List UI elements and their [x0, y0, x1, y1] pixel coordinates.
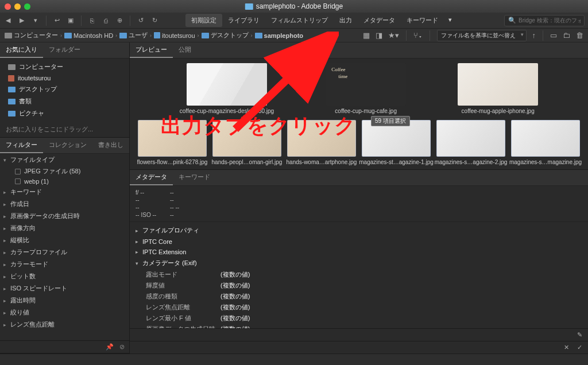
thumbnail[interactable]: coffee-mug-apple-iphone.jpg [458, 63, 538, 114]
favorites-tab-0[interactable]: お気に入り [0, 42, 43, 58]
pin-icon[interactable]: 📌 [106, 343, 114, 351]
favorites-item-3[interactable]: 書類 [0, 95, 129, 107]
filter-group-6[interactable]: ▸カラープロファイル [0, 246, 129, 258]
filter-group-12[interactable]: ▸レンズ焦点距離 [0, 319, 129, 331]
sort-asc-icon[interactable]: ↑ [532, 31, 536, 40]
metadata-group-1[interactable]: ▸IPTC Core [130, 236, 588, 247]
favorites-item-2[interactable]: デスクトップ [0, 83, 129, 95]
nav-back-icon[interactable]: ◀ [3, 16, 13, 25]
thumbnail[interactable]: magazines-s…magazine.jpg [510, 120, 581, 165]
metadata-group-3[interactable]: ▾カメラデータ (Exif) [130, 257, 588, 269]
workspace-tab-1[interactable]: ライブラリ [222, 14, 265, 27]
breadcrumb-seg-4[interactable]: デスクトップ [202, 31, 249, 40]
content-pane: プレビュー公開 coffee-cup-magazines-desk-6350.j… [130, 42, 588, 170]
filter-group-0[interactable]: ▾ファイルタイプ [0, 154, 129, 166]
filter-group-11[interactable]: ▸絞り値 [0, 306, 129, 319]
trash-icon[interactable]: 🗑 [576, 31, 583, 40]
content-tab-0[interactable]: プレビュー [130, 42, 173, 58]
boomerang-icon[interactable]: ↩︎ [52, 16, 61, 25]
thumbnail[interactable]: coffee-cup-magazines-desk-6350.jpg [180, 63, 274, 114]
filter-group-3[interactable]: ▸原画像データの生成日時 [0, 210, 129, 222]
globe-icon[interactable]: ⊕ [115, 16, 124, 25]
cancel-icon[interactable]: ⊘ [119, 343, 125, 351]
filter-tab-1[interactable]: コレクション [43, 138, 92, 153]
content-tab-1[interactable]: 公開 [173, 42, 197, 58]
favorites-item-0[interactable]: コンピューター [0, 61, 129, 73]
filter-group-label: ISO スピードレート [10, 284, 67, 293]
rotate-ccw-icon[interactable]: ↺ [136, 16, 145, 25]
camera-icon[interactable]: ▣ [66, 16, 75, 25]
breadcrumb-seg-1[interactable]: Macintosh HD [64, 32, 113, 39]
new-folder-icon[interactable]: 🗀 [563, 31, 570, 40]
filter-tab-2[interactable]: 書き出し [92, 138, 129, 153]
thumbnail[interactable]: hands-woma…artphone.jpg [286, 120, 357, 165]
breadcrumb-label: Macintosh HD [74, 32, 113, 39]
metadata-value: (複数の値) [220, 303, 250, 312]
filter-group-2[interactable]: ▸作成日 [0, 198, 129, 210]
favorites-tab-1[interactable]: フォルダー [43, 42, 86, 58]
breadcrumb-seg-5[interactable]: samplephoto [255, 32, 303, 39]
nav-forward-icon[interactable]: ▶ [17, 16, 26, 25]
thumbnail[interactable]: magazines-s…agazine-2.jpg [435, 120, 506, 165]
filter-group-label: 絞り値 [10, 308, 29, 317]
favorites-item-label: itoutetsurou [18, 75, 51, 81]
apply-icon[interactable]: ✓ [577, 344, 582, 351]
filter-group-5[interactable]: ▸縦横比 [0, 234, 129, 246]
favorites-item-1[interactable]: itoutetsurou [0, 73, 129, 83]
disclosure-icon: ▸ [3, 226, 8, 231]
thumbnail-grid[interactable]: coffee-cup-magazines-desk-6350.jpgCoffee… [130, 59, 588, 169]
nav-recent-icon[interactable]: ▾ [31, 16, 40, 25]
filter-tab-0[interactable]: フィルター [0, 138, 43, 153]
breadcrumb-seg-3[interactable]: itoutetsurou [154, 32, 195, 39]
breadcrumb-seg-2[interactable]: ユーザ [119, 31, 148, 40]
thumbnail[interactable]: flowers-flow…pink-6278.jpg [137, 120, 208, 165]
metadata-group-label: IPTC Extension [142, 248, 186, 255]
metadata-group-0[interactable]: ▸ファイルプロパティ [130, 224, 588, 236]
metadata-group-2[interactable]: ▸IPTC Extension [130, 247, 588, 257]
batch-icon[interactable]: ⎘ [87, 16, 96, 25]
workspace-tab-0[interactable]: 初期設定 [185, 14, 222, 27]
search-input[interactable] [519, 17, 581, 24]
favorites-item-4[interactable]: ピクチャ [0, 107, 129, 119]
filter-group-8[interactable]: ▸ビット数 [0, 270, 129, 282]
open-recent-icon[interactable]: ▭ [550, 31, 557, 40]
thumbnail-size-icon[interactable]: ◨ [376, 31, 382, 40]
thumbnail[interactable]: hands-peopl…oman-girl.jpg [211, 120, 283, 165]
rating-filter-icon[interactable]: ★▾ [388, 31, 399, 40]
favorites-item-label: 書類 [19, 97, 32, 106]
metadata-tab-0[interactable]: メタデータ [130, 170, 173, 185]
filter-child-0-0[interactable]: JPEG ファイル (58) [0, 166, 129, 177]
thumbnail[interactable]: Coffeetimecoffee-cup-mug-cafe.jpg [326, 63, 406, 114]
close-window[interactable] [5, 3, 11, 10]
filter-group-9[interactable]: ▸ISO スピードレート [0, 282, 129, 294]
thumbnail-image [138, 120, 207, 157]
filter-group-7[interactable]: ▸カラーモード [0, 258, 129, 270]
zoom-window[interactable] [24, 3, 30, 10]
rotate-cw-icon[interactable]: ↻ [150, 16, 159, 25]
breadcrumb-seg-0[interactable]: コンピューター [5, 31, 58, 40]
sort-dropdown[interactable]: ファイル名を基準に並べ替え [437, 30, 527, 41]
metadata-summary-cell: -- [170, 212, 198, 218]
filter-group-4[interactable]: ▸画像方向 [0, 222, 129, 234]
workspace-tab-5[interactable]: キーワード [401, 14, 444, 27]
thumbnail[interactable]: magazines-st…agazine-1.jpg [361, 120, 432, 165]
filter-child-label: JPEG ファイル (58) [24, 167, 80, 176]
metadata-tab-1[interactable]: キーワード [173, 170, 216, 185]
filter-child-0-1[interactable]: webp (1) [0, 177, 129, 186]
funnel-icon[interactable]: ⑂▾ [413, 31, 423, 40]
workspace-more-icon[interactable]: ▾ [444, 14, 457, 27]
grid-view-icon[interactable]: ▦ [363, 31, 370, 40]
edit-icon[interactable]: ✎ [577, 331, 582, 339]
close-icon[interactable]: ✕ [564, 344, 569, 351]
workspace-tab-4[interactable]: メタデータ [358, 14, 401, 27]
minimize-window[interactable] [14, 3, 21, 10]
workspace-tab-3[interactable]: 出力 [334, 14, 358, 27]
checkbox-icon[interactable] [15, 169, 21, 174]
checkbox-icon[interactable] [15, 178, 21, 184]
filter-group-1[interactable]: ▸キーワード [0, 186, 129, 198]
search-field[interactable]: 🔍 [504, 15, 585, 26]
output-icon[interactable]: ⎙ [101, 16, 110, 25]
workspace-tab-2[interactable]: フィルムストリップ [265, 14, 334, 27]
metadata-summary-cell: -- [136, 197, 163, 203]
filter-group-10[interactable]: ▸露出時間 [0, 294, 129, 306]
